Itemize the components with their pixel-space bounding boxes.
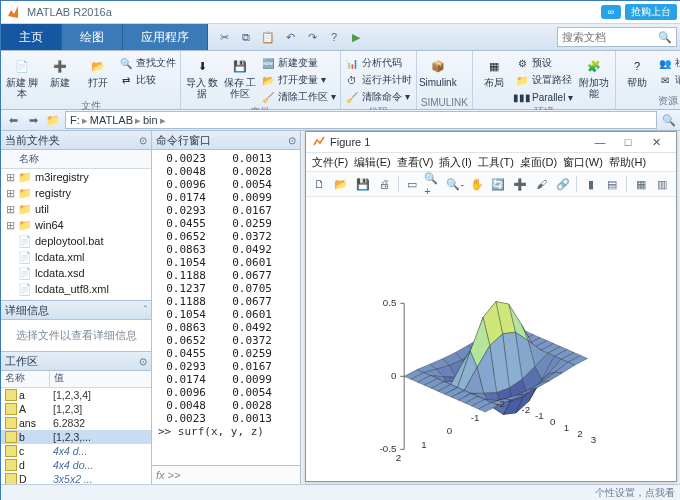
zoom-out-icon[interactable]: 🔍- <box>446 174 465 194</box>
var-row[interactable]: c4x4 d... <box>1 444 151 458</box>
save-fig-icon[interactable]: 💾 <box>353 174 372 194</box>
details-header[interactable]: 详细信息ˇ <box>1 301 151 320</box>
path-search-icon[interactable]: 🔍 <box>661 112 677 128</box>
file-item[interactable]: 📄deploytool.bat <box>1 233 151 249</box>
workspace-header[interactable]: 工作区⊙ <box>1 352 151 371</box>
menu-item[interactable]: 桌面(D) <box>518 155 559 170</box>
panel-menu-icon[interactable]: ⊙ <box>288 135 296 146</box>
paste-icon[interactable]: 📋 <box>258 27 278 47</box>
community-button[interactable]: 👥社区 <box>658 55 680 71</box>
save-ws-button[interactable]: 💾保存 工作区 <box>223 53 257 105</box>
back-icon[interactable]: ⬅ <box>5 112 21 128</box>
cloud-icon[interactable]: ∞ <box>601 5 621 19</box>
collapse-icon[interactable]: ˇ <box>144 305 147 316</box>
new-fig-icon[interactable]: 🗋 <box>310 174 329 194</box>
run-icon[interactable]: ▶ <box>346 27 366 47</box>
menu-item[interactable]: 工具(T) <box>476 155 516 170</box>
file-col-header[interactable]: 名称 <box>1 150 151 169</box>
layout-button[interactable]: ▦布局 <box>477 53 511 105</box>
colorbar-icon[interactable]: ▮ <box>581 174 600 194</box>
panel-menu-icon[interactable]: ⊙ <box>139 135 147 146</box>
workspace-grid[interactable]: 名称值 a[1,2,3,4]A[1,2,3]ans6.2832b[1,2,3,.… <box>1 371 151 484</box>
rotate-icon[interactable]: 🔄 <box>488 174 507 194</box>
menu-item[interactable]: 文件(F) <box>310 155 350 170</box>
command-header[interactable]: 命令行窗口⊙ <box>152 131 300 150</box>
tab-home[interactable]: 主页 <box>1 24 62 50</box>
cut-icon[interactable]: ✂ <box>214 27 234 47</box>
proptable-icon[interactable]: ▥ <box>652 174 671 194</box>
var-row[interactable]: D3x5x2 ... <box>1 472 151 484</box>
menu-item[interactable]: 编辑(E) <box>352 155 393 170</box>
compare-button[interactable]: ⇄比较 <box>119 72 176 88</box>
file-item[interactable]: ⊞📁m3iregistry <box>1 169 151 185</box>
ploteditor-icon[interactable]: ▦ <box>631 174 650 194</box>
file-item[interactable]: 📄lcdata.xsd <box>1 265 151 281</box>
simulink-button[interactable]: 📦Simulink <box>421 53 455 97</box>
support-button[interactable]: ✉请求支持 <box>658 72 680 88</box>
file-item[interactable]: 📄lcdata.xml <box>1 249 151 265</box>
search-icon[interactable]: 🔍 <box>658 31 672 44</box>
axes-3d[interactable]: -0.500.5-2-10123-2-1012 <box>306 197 676 481</box>
copy-icon[interactable]: ⧉ <box>236 27 256 47</box>
var-row[interactable]: ans6.2832 <box>1 416 151 430</box>
path-box[interactable]: F:▸ MATLAB▸ bin▸ <box>65 111 657 129</box>
figure-titlebar[interactable]: Figure 1 — □ ✕ <box>306 132 676 153</box>
var-row[interactable]: A[1,2,3] <box>1 402 151 416</box>
file-list[interactable]: ⊞📁m3iregistry⊞📁registry⊞📁util⊞📁win64📄dep… <box>1 169 151 300</box>
open-fig-icon[interactable]: 📂 <box>331 174 350 194</box>
current-folder-header[interactable]: 当前文件夹⊙ <box>1 131 151 150</box>
run-time-button[interactable]: ⏱运行并计时 <box>345 72 412 88</box>
open-button[interactable]: 📂打开 <box>81 53 115 99</box>
link-icon[interactable]: 🔗 <box>553 174 572 194</box>
analyze-code-button[interactable]: 📊分析代码 <box>345 55 412 71</box>
find-files-button[interactable]: 🔍查找文件 <box>119 55 176 71</box>
new-var-button[interactable]: 🆕新建变量 <box>261 55 336 71</box>
import-button[interactable]: ⬇导入 数据 <box>185 53 219 105</box>
doc-search[interactable]: 🔍 <box>557 27 677 47</box>
var-row[interactable]: a[1,2,3,4] <box>1 388 151 402</box>
file-item[interactable]: ⊞📁win64 <box>1 217 151 233</box>
pan-icon[interactable]: ✋ <box>467 174 486 194</box>
file-item[interactable]: 📄lcdata_utf8.xml <box>1 281 151 297</box>
fx-bar[interactable]: fx >> <box>152 465 300 484</box>
menu-item[interactable]: 窗口(W) <box>561 155 605 170</box>
parallel-button[interactable]: ▮▮▮Parallel ▾ <box>515 89 573 105</box>
panel-menu-icon[interactable]: ⊙ <box>139 356 147 367</box>
var-row[interactable]: d4x4 do... <box>1 458 151 472</box>
clear-ws-button[interactable]: 🧹清除工作区 ▾ <box>261 89 336 105</box>
brush-icon[interactable]: 🖌 <box>531 174 550 194</box>
clear-cmd-button[interactable]: 🧹清除命令 ▾ <box>345 89 412 105</box>
open-var-button[interactable]: 📂打开变量 ▾ <box>261 72 336 88</box>
search-input[interactable] <box>558 30 658 44</box>
legend-icon[interactable]: ▤ <box>603 174 622 194</box>
redo-icon[interactable]: ↷ <box>302 27 322 47</box>
var-row[interactable]: b[1,2,3,... <box>1 430 151 444</box>
help-icon[interactable]: ? <box>324 27 344 47</box>
command-window[interactable]: 0.00230.00130.00480.00280.00960.00540.01… <box>152 150 300 465</box>
setpath-button[interactable]: 📁设置路径 <box>515 72 573 88</box>
help-button[interactable]: ?帮助 <box>620 53 654 94</box>
addons-button[interactable]: 🧩附加功能 <box>577 53 611 105</box>
menu-item[interactable]: 查看(V) <box>395 155 436 170</box>
pointer-icon[interactable]: ▭ <box>403 174 422 194</box>
minimize-icon[interactable]: — <box>586 136 614 148</box>
file-item[interactable]: ⊞📁util <box>1 201 151 217</box>
maximize-icon[interactable]: □ <box>614 136 642 148</box>
undo-icon[interactable]: ↶ <box>280 27 300 47</box>
file-item[interactable]: ⊞📁registry <box>1 185 151 201</box>
up-icon[interactable]: 📁 <box>45 112 61 128</box>
new-button[interactable]: ➕新建 <box>43 53 77 99</box>
figure-menubar[interactable]: 文件(F)编辑(E)查看(V)插入(I)工具(T)桌面(D)窗口(W)帮助(H) <box>306 153 676 172</box>
promo-badge[interactable]: 抢购上台 <box>625 4 677 20</box>
forward-icon[interactable]: ➡ <box>25 112 41 128</box>
tab-plot[interactable]: 绘图 <box>62 24 123 50</box>
menu-item[interactable]: 帮助(H) <box>607 155 648 170</box>
prefs-button[interactable]: ⚙预设 <box>515 55 573 71</box>
datatip-icon[interactable]: ➕ <box>510 174 529 194</box>
tab-apps[interactable]: 应用程序 <box>123 24 208 50</box>
print-icon[interactable]: 🖨 <box>374 174 393 194</box>
zoom-in-icon[interactable]: 🔍+ <box>424 174 443 194</box>
menu-item[interactable]: 插入(I) <box>437 155 473 170</box>
close-icon[interactable]: ✕ <box>642 136 670 149</box>
new-script-button[interactable]: 📄新建 脚本 <box>5 53 39 99</box>
